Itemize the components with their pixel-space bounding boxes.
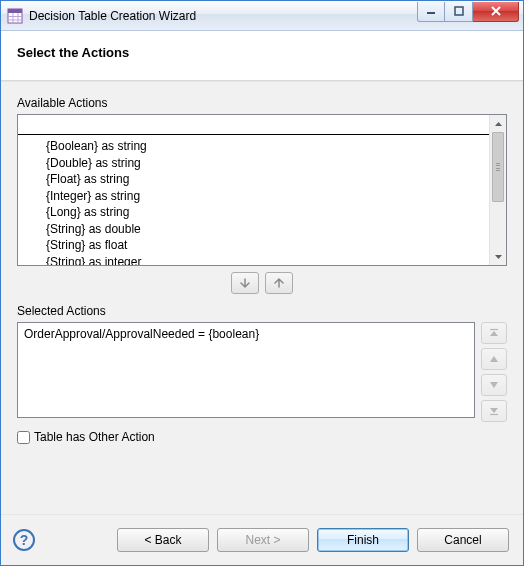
title-bar: Decision Table Creation Wizard xyxy=(1,1,523,31)
app-icon xyxy=(7,8,23,24)
transfer-buttons xyxy=(17,272,507,294)
chevron-up-icon xyxy=(495,122,502,126)
page-title: Select the Actions xyxy=(17,45,507,60)
svg-marker-10 xyxy=(495,122,502,126)
help-button[interactable]: ? xyxy=(13,529,35,551)
close-button[interactable] xyxy=(473,2,519,22)
arrow-down-icon xyxy=(239,277,251,289)
list-item[interactable]: {String} as double xyxy=(18,221,489,238)
move-top-button[interactable] xyxy=(481,322,507,344)
remove-action-button[interactable] xyxy=(265,272,293,294)
list-item[interactable]: {Long} as string xyxy=(18,204,489,221)
other-action-label: Table has Other Action xyxy=(34,430,155,444)
cancel-button[interactable]: Cancel xyxy=(417,528,509,552)
available-actions-label: Available Actions xyxy=(17,96,507,110)
other-action-checkbox[interactable] xyxy=(17,431,30,444)
scroll-down-button[interactable] xyxy=(490,248,506,265)
wizard-body: Available Actions {Boolean} as string{Do… xyxy=(1,81,523,515)
list-item[interactable]: {Double} as string xyxy=(18,155,489,172)
back-button[interactable]: < Back xyxy=(117,528,209,552)
move-up-button[interactable] xyxy=(481,348,507,370)
selected-actions-list[interactable]: OrderApproval/ApprovalNeeded = {boolean} xyxy=(17,322,475,418)
reorder-buttons xyxy=(481,322,507,422)
svg-marker-16 xyxy=(490,408,498,413)
triangle-up-icon xyxy=(489,354,499,364)
arrow-up-icon xyxy=(273,277,285,289)
filter-row xyxy=(18,115,489,135)
move-bottom-button[interactable] xyxy=(481,400,507,422)
svg-marker-14 xyxy=(490,356,498,362)
move-down-button[interactable] xyxy=(481,374,507,396)
scroll-track[interactable] xyxy=(490,132,506,248)
svg-marker-13 xyxy=(490,331,498,336)
next-button: Next > xyxy=(217,528,309,552)
window-controls xyxy=(417,2,519,22)
list-item[interactable]: OrderApproval/ApprovalNeeded = {boolean} xyxy=(24,327,468,341)
move-top-icon xyxy=(489,328,499,338)
scroll-thumb[interactable] xyxy=(492,132,504,202)
wizard-banner: Select the Actions xyxy=(1,31,523,81)
add-action-button[interactable] xyxy=(231,272,259,294)
wizard-window: Decision Table Creation Wizard Select th… xyxy=(0,0,524,566)
wizard-footer: ? < Back Next > Finish Cancel xyxy=(1,515,523,565)
list-item[interactable]: {String} as integer xyxy=(18,254,489,266)
list-item[interactable]: {String} as float xyxy=(18,237,489,254)
svg-marker-11 xyxy=(495,255,502,259)
maximize-icon xyxy=(454,6,464,16)
scrollbar[interactable] xyxy=(489,115,506,265)
selected-actions-label: Selected Actions xyxy=(17,304,507,318)
svg-rect-6 xyxy=(427,12,435,14)
list-item[interactable]: {Integer} as string xyxy=(18,188,489,205)
svg-marker-15 xyxy=(490,382,498,388)
help-icon: ? xyxy=(20,532,29,548)
scroll-up-button[interactable] xyxy=(490,115,506,132)
list-item[interactable]: {Float} as string xyxy=(18,171,489,188)
selected-actions-row: OrderApproval/ApprovalNeeded = {boolean} xyxy=(17,322,507,422)
chevron-down-icon xyxy=(495,255,502,259)
available-actions-list[interactable]: {Boolean} as string{Double} as string{Fl… xyxy=(17,114,507,266)
minimize-icon xyxy=(426,6,436,16)
list-item[interactable]: {Boolean} as string xyxy=(18,138,489,155)
maximize-button[interactable] xyxy=(445,2,473,22)
finish-button[interactable]: Finish xyxy=(317,528,409,552)
svg-rect-1 xyxy=(8,9,22,13)
move-bottom-icon xyxy=(489,406,499,416)
close-icon xyxy=(490,6,502,16)
minimize-button[interactable] xyxy=(417,2,445,22)
filter-input[interactable] xyxy=(18,115,489,134)
other-action-row[interactable]: Table has Other Action xyxy=(17,430,507,444)
window-title: Decision Table Creation Wizard xyxy=(29,9,417,23)
triangle-down-icon xyxy=(489,380,499,390)
available-items-viewport: {Boolean} as string{Double} as string{Fl… xyxy=(18,137,489,265)
svg-rect-7 xyxy=(455,7,463,15)
